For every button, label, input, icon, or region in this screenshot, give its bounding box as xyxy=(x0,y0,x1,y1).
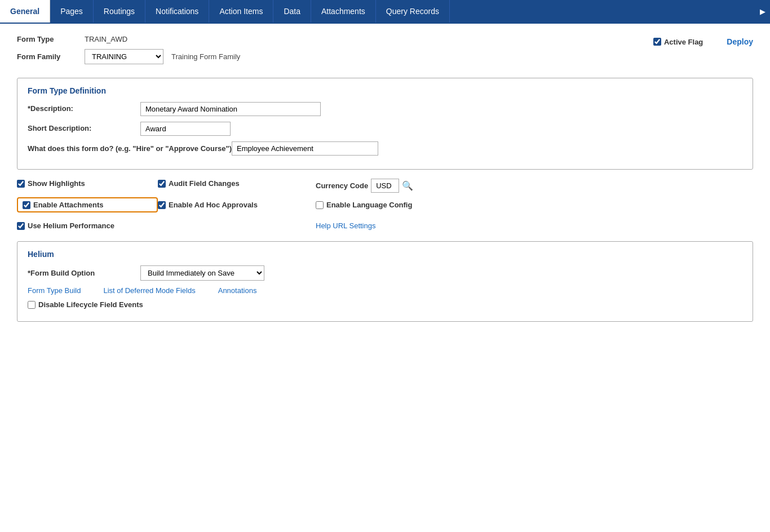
helium-links-row: Form Type Build List of Deferred Mode Fi… xyxy=(28,286,742,295)
tab-notifications[interactable]: Notifications xyxy=(145,0,209,23)
description-label: *Description: xyxy=(28,102,140,113)
tab-next-arrow[interactable]: ▶ xyxy=(755,0,770,23)
form-family-select[interactable]: TRAINING xyxy=(85,49,163,64)
what-input[interactable] xyxy=(232,141,378,156)
disable-lifecycle-checkbox[interactable] xyxy=(28,301,36,309)
enable-ad-hoc-item: Enable Ad Hoc Approvals xyxy=(158,197,316,212)
form-build-option-select[interactable]: Build Immediately on Save Deferred Mode xyxy=(140,265,264,281)
enable-attachments-label: Enable Attachments xyxy=(33,201,104,209)
tab-attachments[interactable]: Attachments xyxy=(311,0,376,23)
use-helium-item: Use Helium Performance xyxy=(17,221,158,230)
disable-lifecycle-item: Disable Lifecycle Field Events xyxy=(28,300,742,309)
audit-field-changes-checkbox[interactable] xyxy=(158,180,166,188)
show-highlights-checkbox[interactable] xyxy=(17,180,25,188)
tab-routings[interactable]: Routings xyxy=(94,0,145,23)
form-type-value: TRAIN_AWD xyxy=(85,35,127,43)
deferred-mode-link[interactable]: List of Deferred Mode Fields xyxy=(103,286,195,295)
use-helium-label: Use Helium Performance xyxy=(28,221,114,230)
enable-language-config-checkbox[interactable] xyxy=(316,201,324,209)
form-build-option-row: *Form Build Option Build Immediately on … xyxy=(28,265,742,281)
short-desc-input[interactable] xyxy=(140,122,231,136)
active-flag-checkbox[interactable] xyxy=(653,38,661,46)
show-highlights-item: Show Highlights xyxy=(17,179,158,188)
enable-ad-hoc-label: Enable Ad Hoc Approvals xyxy=(169,201,258,209)
deploy-link[interactable]: Deploy xyxy=(727,37,753,46)
helium-section: Helium *Form Build Option Build Immediat… xyxy=(17,241,753,322)
help-url-link[interactable]: Help URL Settings xyxy=(316,221,375,230)
enable-language-config-item: Enable Language Config xyxy=(316,197,753,212)
form-family-label: Form Family xyxy=(17,52,79,61)
tab-pages[interactable]: Pages xyxy=(50,0,94,23)
currency-input[interactable] xyxy=(371,179,399,193)
annotations-link[interactable]: Annotations xyxy=(218,286,257,295)
tab-general[interactable]: General xyxy=(0,0,50,23)
form-type-definition-title: Form Type Definition xyxy=(28,86,742,95)
currency-label: Currency Code xyxy=(316,181,368,190)
currency-area: Currency Code 🔍 xyxy=(316,179,753,193)
enable-attachments-checkbox[interactable] xyxy=(23,201,30,209)
checkboxes-grid: Show Highlights Audit Field Changes Curr… xyxy=(17,179,753,234)
enable-attachments-item: Enable Attachments xyxy=(17,197,158,212)
form-build-option-label: *Form Build Option xyxy=(28,269,140,277)
show-highlights-label: Show Highlights xyxy=(28,179,85,188)
tab-bar: General Pages Routings Notifications Act… xyxy=(0,0,770,24)
audit-field-changes-label: Audit Field Changes xyxy=(169,179,240,188)
form-type-label: Form Type xyxy=(17,35,79,43)
form-family-desc: Training Form Family xyxy=(171,52,240,61)
disable-lifecycle-label: Disable Lifecycle Field Events xyxy=(38,300,143,309)
active-flag-label: Active Flag xyxy=(664,38,703,46)
tab-query-records[interactable]: Query Records xyxy=(376,0,450,23)
currency-search-icon[interactable]: 🔍 xyxy=(402,180,413,191)
tab-data[interactable]: Data xyxy=(273,0,311,23)
description-input[interactable] xyxy=(140,102,321,116)
form-type-build-link[interactable]: Form Type Build xyxy=(28,286,81,295)
use-helium-checkbox[interactable] xyxy=(17,222,25,230)
form-type-definition-section: Form Type Definition *Description: Short… xyxy=(17,78,753,170)
enable-ad-hoc-checkbox[interactable] xyxy=(158,201,166,209)
helium-title: Helium xyxy=(28,250,742,259)
short-desc-label: Short Description: xyxy=(28,122,140,132)
main-content: Form Type TRAIN_AWD Form Family TRAINING… xyxy=(0,24,770,342)
audit-field-changes-item: Audit Field Changes xyxy=(158,179,316,188)
what-label: What does this form do? (e.g. "Hire" or … xyxy=(28,141,232,154)
tab-action-items[interactable]: Action Items xyxy=(209,0,273,23)
enable-language-config-label: Enable Language Config xyxy=(326,201,412,209)
